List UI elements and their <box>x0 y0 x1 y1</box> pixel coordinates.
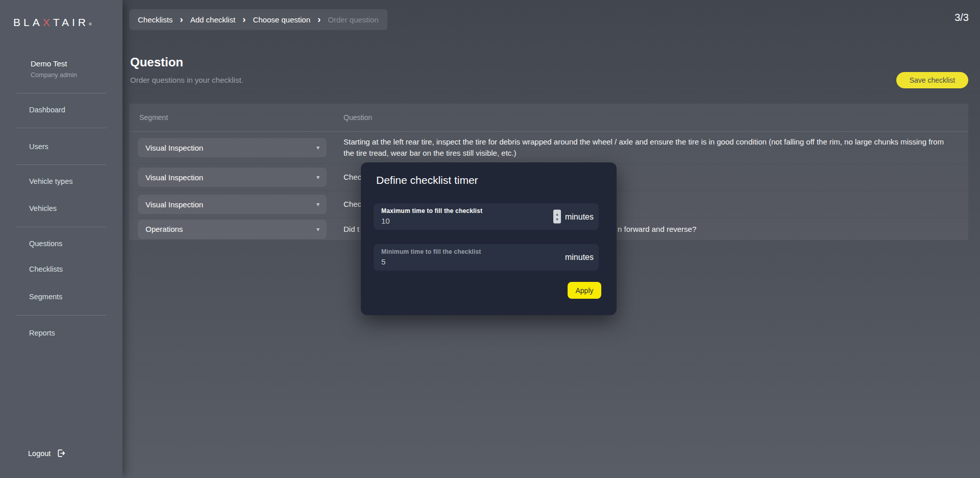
apply-button[interactable]: Apply <box>568 282 601 299</box>
app-root: BLAXTAIR® Demo Test Company admin Dashbo… <box>0 0 980 478</box>
question-text-content: Starting at the left rear tire, inspect … <box>344 136 955 159</box>
logout-button[interactable]: Logout <box>28 448 66 458</box>
table-row: Visual Inspection ▾ Starting at the left… <box>129 132 968 163</box>
spinner-down-icon[interactable]: ▾ <box>556 217 558 222</box>
brand-logo: BLAXTAIR® <box>13 16 92 29</box>
sidebar-item-users[interactable]: Users <box>29 142 48 151</box>
sidebar-item-vehicle-types[interactable]: Vehicle types <box>29 177 72 185</box>
max-time-unit: minutes <box>565 212 594 221</box>
chevron-right-icon: › <box>180 14 183 24</box>
max-time-right: ▴ ▾ minutes <box>553 210 594 224</box>
caret-down-icon: ▾ <box>316 201 320 208</box>
question-text-content: n forward and reverse? <box>618 224 696 235</box>
segment-select-value: Visual Inspection <box>145 173 203 182</box>
min-time-unit: minutes <box>565 253 594 262</box>
question-text: Starting at the left rear tire, inspect … <box>344 132 968 163</box>
caret-down-icon: ▾ <box>316 226 320 233</box>
segment-select-value: Visual Inspection <box>145 200 203 209</box>
column-header-question: Question <box>344 113 968 122</box>
save-checklist-button[interactable]: Save checklist <box>896 72 968 88</box>
segment-select[interactable]: Operations ▾ <box>138 220 327 239</box>
spinner-up-icon[interactable]: ▴ <box>556 211 558 217</box>
sidebar-divider <box>16 227 106 227</box>
logo-text-post: TAIR <box>53 16 89 28</box>
min-time-input[interactable]: 5 <box>381 257 594 266</box>
sidebar-item-vehicles[interactable]: Vehicles <box>29 204 57 212</box>
logo-accent-letter: X <box>43 16 53 28</box>
logout-icon <box>56 448 66 458</box>
registered-mark: ® <box>89 22 92 27</box>
chevron-right-icon: › <box>242 14 246 24</box>
min-time-label: Minimum time to fill the checklist <box>381 248 594 255</box>
caret-down-icon: ▾ <box>316 144 320 151</box>
sidebar-item-dashboard[interactable]: Dashboard <box>29 106 65 114</box>
sidebar-divider <box>16 315 106 316</box>
page-subtitle: Order questions in your checklist. <box>130 76 243 84</box>
number-spinner[interactable]: ▴ ▾ <box>553 210 561 224</box>
question-text-content: Chec <box>344 172 361 183</box>
sidebar-divider <box>16 128 106 128</box>
sidebar-divider <box>16 164 106 165</box>
sidebar-divider <box>16 93 106 93</box>
sidebar: BLAXTAIR® Demo Test Company admin Dashbo… <box>0 0 122 478</box>
breadcrumb: Checklists › Add checklist › Choose ques… <box>129 9 387 30</box>
min-time-right: minutes <box>565 253 594 262</box>
segment-select-value: Operations <box>145 225 183 233</box>
min-time-field[interactable]: Minimum time to fill the checklist 5 min… <box>374 244 599 271</box>
segment-select[interactable]: Visual Inspection ▾ <box>138 195 327 214</box>
breadcrumb-item-choose-question[interactable]: Choose question <box>253 15 310 24</box>
user-name: Demo Test <box>31 59 77 68</box>
segment-select-value: Visual Inspection <box>145 144 203 152</box>
page-title: Question <box>130 55 183 69</box>
segment-select[interactable]: Visual Inspection ▾ <box>138 138 327 157</box>
user-block: Demo Test Company admin <box>31 59 77 79</box>
table-header-row: Segment Question <box>129 104 968 132</box>
logout-label: Logout <box>28 449 51 458</box>
step-indicator: 3/3 <box>954 12 969 23</box>
segment-select[interactable]: Visual Inspection ▾ <box>138 168 327 187</box>
sidebar-item-questions[interactable]: Questions <box>29 240 62 248</box>
chevron-right-icon: › <box>317 14 321 24</box>
column-header-segment: Segment <box>129 113 344 122</box>
sidebar-item-segments[interactable]: Segments <box>29 293 62 301</box>
dialog-title: Define checklist timer <box>376 174 478 186</box>
breadcrumb-item-checklists[interactable]: Checklists <box>138 15 173 24</box>
max-time-field[interactable]: Maximum time to fill the checklist 10 ▴ … <box>374 203 599 230</box>
caret-down-icon: ▾ <box>316 174 320 181</box>
sidebar-item-checklists[interactable]: Checklists <box>29 265 63 273</box>
user-role: Company admin <box>31 71 77 79</box>
breadcrumb-item-add-checklist[interactable]: Add checklist <box>190 15 235 24</box>
define-checklist-timer-dialog: Define checklist timer Maximum time to f… <box>361 162 617 315</box>
logo-text-pre: BLA <box>13 16 43 28</box>
question-text-content: Did t <box>344 224 359 235</box>
sidebar-item-reports[interactable]: Reports <box>29 329 55 337</box>
question-text-content: Chec <box>344 199 361 210</box>
breadcrumb-item-order-question: Order question <box>328 15 378 24</box>
